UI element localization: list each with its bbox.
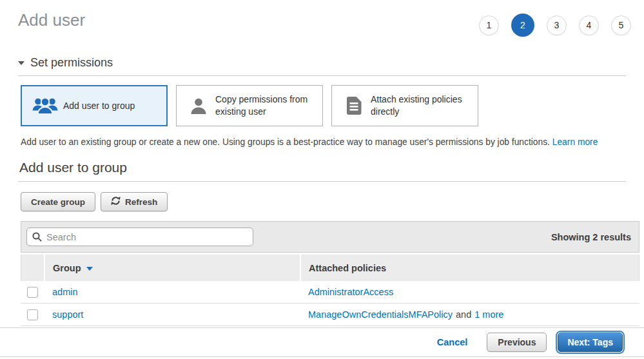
user-group-icon	[27, 97, 63, 115]
refresh-label: Refresh	[125, 197, 157, 207]
policies-cell: ManageOwnCredentialsMFAPolicyand1 more	[300, 309, 639, 320]
set-permissions-section: Set permissions	[18, 56, 626, 76]
policy-link[interactable]: ManageOwnCredentialsMFAPolicy	[308, 309, 453, 320]
group-cell: support	[44, 309, 300, 320]
refresh-button[interactable]: Refresh	[101, 192, 168, 211]
step-1: 1	[479, 15, 499, 35]
wizard-steps: 1 2 3 4 5	[479, 14, 631, 37]
next-tags-button[interactable]: Next: Tags	[558, 333, 623, 352]
option-add-user-to-group[interactable]: Add user to group	[21, 85, 168, 126]
results-summary: Showing 2 results	[551, 232, 631, 242]
header-checkbox-cell	[21, 255, 45, 281]
groups-table: Showing 2 results Group Attached policie…	[21, 221, 639, 326]
table-header-row: Group Attached policies	[21, 255, 639, 281]
group-section-divider	[18, 181, 626, 182]
table-row: support ManageOwnCredentialsMFAPolicyand…	[21, 304, 639, 326]
table-toolbar: Showing 2 results	[21, 221, 639, 253]
create-group-button[interactable]: Create group	[21, 192, 95, 211]
table-row: admin AdministratorAccess	[21, 281, 639, 304]
row-checkbox-cell	[21, 287, 44, 298]
option-copy-permissions[interactable]: Copy permissions from existing user	[176, 85, 323, 126]
step-3: 3	[547, 15, 567, 35]
refresh-icon	[111, 196, 121, 208]
add-user-page: Add user 1 2 3 4 5 Set permissions	[0, 0, 644, 359]
footer-bar: Cancel Previous Next: Tags	[0, 327, 644, 356]
policy-document-icon	[337, 97, 371, 115]
description-text: Add user to an existing group or create …	[21, 137, 550, 147]
search-icon	[32, 232, 42, 244]
group-link[interactable]: support	[52, 309, 83, 320]
policies-column-label: Attached policies	[309, 263, 386, 273]
row-checkbox[interactable]	[27, 287, 38, 298]
group-column-header[interactable]: Group	[45, 255, 301, 281]
collapse-caret-icon	[18, 61, 24, 65]
page-title: Add user	[18, 10, 85, 30]
user-icon	[182, 97, 215, 115]
set-permissions-header[interactable]: Set permissions	[18, 56, 626, 70]
step-4: 4	[579, 15, 599, 35]
search-box	[26, 228, 253, 246]
step-5: 5	[611, 15, 631, 35]
set-permissions-title: Set permissions	[30, 56, 113, 70]
group-section-title: Add user to group	[19, 160, 626, 175]
option-label: Attach existing policies directly	[371, 93, 473, 118]
group-column-label: Group	[53, 263, 81, 273]
row-checkbox[interactable]	[27, 309, 38, 320]
section-divider	[18, 75, 626, 76]
footer-bottom-divider	[0, 356, 644, 359]
section-description: Add user to an existing group or create …	[21, 137, 626, 147]
sort-caret-icon	[86, 267, 93, 271]
option-label: Copy permissions from existing user	[215, 93, 317, 118]
policy-link[interactable]: AdministratorAccess	[308, 287, 393, 297]
group-link[interactable]: admin	[52, 287, 78, 297]
policies-column-header: Attached policies	[301, 255, 639, 281]
option-label: Add user to group	[63, 100, 137, 112]
more-policies-link[interactable]: 1 more	[474, 309, 503, 320]
group-cell: admin	[44, 287, 300, 297]
and-text: and	[456, 309, 471, 320]
top-bar: Add user 1 2 3 4 5	[0, 0, 644, 37]
search-input[interactable]	[26, 228, 253, 246]
policies-cell: AdministratorAccess	[300, 287, 639, 297]
previous-button[interactable]: Previous	[487, 333, 547, 352]
permission-option-cards: Add user to group Copy permissions from …	[21, 85, 626, 126]
row-checkbox-cell	[21, 309, 44, 320]
create-group-label: Create group	[31, 197, 85, 207]
step-2-active: 2	[511, 14, 534, 37]
group-actions: Create group Refresh	[21, 192, 644, 211]
wizard-footer: Cancel Previous Next: Tags	[0, 327, 644, 359]
learn-more-link[interactable]: Learn more	[552, 137, 598, 147]
option-attach-policies[interactable]: Attach existing policies directly	[331, 85, 478, 126]
cancel-link[interactable]: Cancel	[437, 337, 468, 347]
